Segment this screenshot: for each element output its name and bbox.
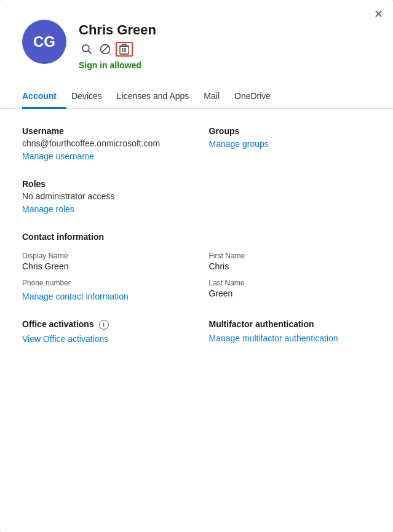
groups-col: Groups Manage groups (209, 126, 371, 162)
svg-rect-6 (122, 44, 126, 46)
user-info: Chris Green (79, 20, 371, 70)
contact-info-title: Contact information (22, 232, 371, 242)
search-icon (81, 44, 92, 55)
tab-licenses-apps[interactable]: Licenses and Apps (117, 85, 199, 109)
manage-contact-link[interactable]: Manage contact information (22, 292, 129, 301)
tab-account[interactable]: Account (22, 85, 66, 109)
first-name-value: Chris (209, 261, 371, 271)
display-name-value: Chris Green (22, 261, 185, 271)
contact-left-col: Display Name Chris Green Phone number Ma… (22, 244, 185, 302)
sign-in-status: Sign in allowed (79, 60, 371, 70)
info-icon: i (99, 320, 109, 330)
roles-title: Roles (22, 179, 185, 189)
user-dialog: ✕ CG Chris Green (0, 0, 393, 532)
delete-user-button[interactable] (116, 42, 133, 57)
manage-multifactor-link[interactable]: Manage multifactor authentication (209, 333, 338, 343)
view-office-activations-link[interactable]: View Office activations (22, 334, 108, 344)
display-name-label: Display Name (22, 252, 185, 260)
office-multifactor-row: Office activations i View Office activat… (22, 319, 371, 344)
roles-row: Roles No administrator access Manage rol… (22, 179, 371, 215)
tab-mail[interactable]: Mail (204, 85, 229, 109)
svg-line-1 (89, 51, 92, 54)
multifactor-title: Multifactor authentication (209, 319, 371, 329)
username-value: chris@fourthcoffee.onmicrosoft.com (22, 138, 185, 148)
username-title: Username (22, 126, 185, 136)
first-name-label: First Name (209, 252, 371, 260)
username-groups-row: Username chris@fourthcoffee.onmicrosoft.… (22, 126, 371, 162)
user-name: Chris Green (79, 22, 371, 38)
last-name-label: Last Name (209, 279, 371, 287)
roles-right-col (209, 179, 371, 215)
roles-col: Roles No administrator access Manage rol… (22, 179, 185, 215)
svg-line-3 (101, 46, 109, 53)
block-user-button[interactable] (97, 42, 113, 56)
manage-roles-link[interactable]: Manage roles (22, 204, 74, 214)
office-activations-title: Office activations i (22, 319, 185, 330)
username-col: Username chris@fourthcoffee.onmicrosoft.… (22, 126, 185, 162)
close-button[interactable]: ✕ (374, 9, 383, 20)
tab-onedrive[interactable]: OneDrive (234, 85, 280, 109)
delete-icon (119, 44, 129, 55)
contact-right-col: First Name Chris Last Name Green (209, 244, 371, 302)
search-user-button[interactable] (79, 42, 95, 56)
groups-title: Groups (209, 126, 371, 136)
content-section: Username chris@fourthcoffee.onmicrosoft.… (0, 109, 393, 362)
last-name-value: Green (209, 288, 371, 298)
action-icons (79, 42, 371, 57)
contact-grid: Display Name Chris Green Phone number Ma… (22, 244, 371, 302)
block-icon (100, 44, 111, 55)
contact-section: Contact information Display Name Chris G… (22, 232, 371, 302)
roles-value: No administrator access (22, 191, 185, 201)
multifactor-col: Multifactor authentication Manage multif… (209, 319, 371, 344)
tab-devices[interactable]: Devices (71, 85, 112, 109)
avatar: CG (22, 20, 66, 64)
phone-label: Phone number (22, 279, 185, 287)
header-section: CG Chris Green (0, 0, 393, 70)
manage-username-link[interactable]: Manage username (22, 151, 94, 161)
tabs-section: Account Devices Licenses and Apps Mail O… (0, 85, 393, 109)
manage-groups-link[interactable]: Manage groups (209, 139, 269, 149)
office-col: Office activations i View Office activat… (22, 319, 185, 344)
